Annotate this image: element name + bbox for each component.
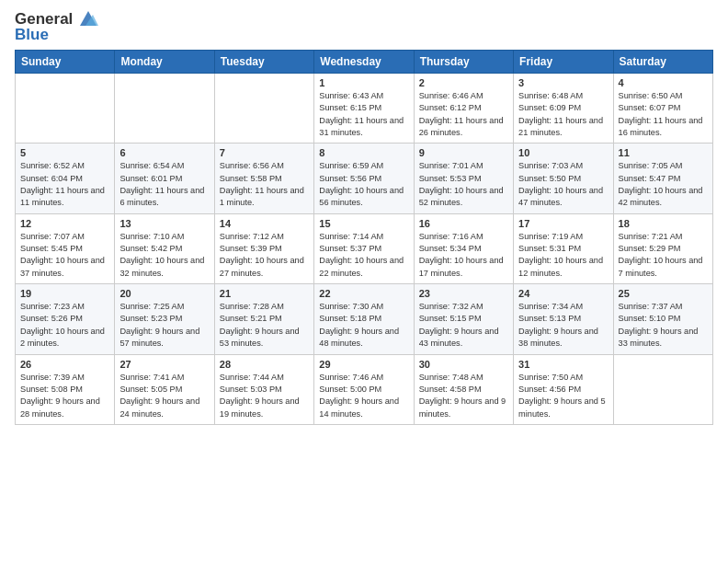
- cell-content: Sunrise: 7:12 AMSunset: 5:39 PMDaylight:…: [220, 231, 309, 280]
- day-number: 26: [20, 359, 109, 370]
- calendar-cell: 27Sunrise: 7:41 AMSunset: 5:05 PMDayligh…: [115, 354, 214, 424]
- calendar-cell: 26Sunrise: 7:39 AMSunset: 5:08 PMDayligh…: [16, 354, 115, 424]
- day-number: 1: [319, 77, 408, 88]
- day-number: 23: [419, 288, 508, 299]
- page: General Blue SundayMondayTuesdayWednesda…: [0, 0, 728, 563]
- cell-content: Sunrise: 6:54 AMSunset: 6:01 PMDaylight:…: [119, 160, 209, 209]
- cell-content: Sunrise: 7:41 AMSunset: 5:05 PMDaylight:…: [119, 372, 209, 420]
- day-number: 14: [220, 218, 309, 229]
- cell-content: Sunrise: 7:03 AMSunset: 5:50 PMDaylight:…: [518, 160, 608, 209]
- day-number: 8: [319, 147, 408, 158]
- day-number: 17: [518, 218, 608, 229]
- calendar-cell: 7Sunrise: 6:56 AMSunset: 5:58 PMDaylight…: [214, 144, 313, 213]
- calendar-cell: 16Sunrise: 7:16 AMSunset: 5:34 PMDayligh…: [414, 213, 513, 283]
- cell-content: Sunrise: 6:43 AMSunset: 6:15 PMDaylight:…: [319, 90, 408, 139]
- cell-content: Sunrise: 7:05 AMSunset: 5:47 PMDaylight:…: [619, 160, 708, 209]
- day-number: 13: [119, 218, 209, 229]
- weekday-header-thursday: Thursday: [414, 51, 513, 74]
- day-number: 10: [518, 147, 608, 158]
- calendar-cell: 18Sunrise: 7:21 AMSunset: 5:29 PMDayligh…: [613, 213, 712, 283]
- day-number: 28: [220, 359, 309, 370]
- calendar-cell: 10Sunrise: 7:03 AMSunset: 5:50 PMDayligh…: [514, 144, 613, 213]
- day-number: 4: [619, 77, 708, 88]
- calendar-cell: 1Sunrise: 6:43 AMSunset: 6:15 PMDaylight…: [314, 74, 414, 144]
- calendar-cell: 25Sunrise: 7:37 AMSunset: 5:10 PMDayligh…: [613, 284, 712, 354]
- day-number: 29: [319, 359, 408, 370]
- day-number: 24: [518, 288, 608, 299]
- cell-content: Sunrise: 7:39 AMSunset: 5:08 PMDaylight:…: [20, 372, 109, 420]
- header: General Blue: [15, 9, 713, 44]
- cell-content: Sunrise: 7:10 AMSunset: 5:42 PMDaylight:…: [119, 231, 209, 280]
- calendar-cell: 23Sunrise: 7:32 AMSunset: 5:15 PMDayligh…: [414, 284, 513, 354]
- calendar-cell: 31Sunrise: 7:50 AMSunset: 4:56 PMDayligh…: [514, 354, 613, 424]
- cell-content: Sunrise: 7:50 AMSunset: 4:56 PMDaylight:…: [518, 372, 608, 420]
- cell-content: Sunrise: 6:46 AMSunset: 6:12 PMDaylight:…: [419, 90, 508, 139]
- logo-icon: [76, 9, 100, 29]
- calendar-cell: 2Sunrise: 6:46 AMSunset: 6:12 PMDaylight…: [414, 74, 513, 144]
- cell-content: Sunrise: 7:07 AMSunset: 5:45 PMDaylight:…: [20, 231, 109, 280]
- cell-content: Sunrise: 7:21 AMSunset: 5:29 PMDaylight:…: [619, 231, 708, 280]
- calendar-cell: 19Sunrise: 7:23 AMSunset: 5:26 PMDayligh…: [16, 284, 115, 354]
- cell-content: Sunrise: 7:48 AMSunset: 4:58 PMDaylight:…: [419, 372, 508, 420]
- day-number: 6: [119, 147, 209, 158]
- cell-content: Sunrise: 7:19 AMSunset: 5:31 PMDaylight:…: [518, 231, 608, 280]
- calendar-cell: [16, 74, 115, 144]
- day-number: 22: [319, 288, 408, 299]
- day-number: 12: [20, 218, 109, 229]
- calendar-cell: 11Sunrise: 7:05 AMSunset: 5:47 PMDayligh…: [613, 144, 712, 213]
- calendar-cell: 22Sunrise: 7:30 AMSunset: 5:18 PMDayligh…: [314, 284, 414, 354]
- cell-content: Sunrise: 7:25 AMSunset: 5:23 PMDaylight:…: [119, 301, 209, 350]
- day-number: 5: [20, 147, 109, 158]
- day-number: 21: [220, 288, 309, 299]
- calendar-cell: 24Sunrise: 7:34 AMSunset: 5:13 PMDayligh…: [514, 284, 613, 354]
- cell-content: Sunrise: 6:50 AMSunset: 6:07 PMDaylight:…: [619, 90, 708, 139]
- calendar-cell: 30Sunrise: 7:48 AMSunset: 4:58 PMDayligh…: [414, 354, 513, 424]
- day-number: 20: [119, 288, 209, 299]
- calendar-cell: 3Sunrise: 6:48 AMSunset: 6:09 PMDaylight…: [514, 74, 613, 144]
- cell-content: Sunrise: 6:56 AMSunset: 5:58 PMDaylight:…: [220, 160, 309, 209]
- calendar-week-row: 1Sunrise: 6:43 AMSunset: 6:15 PMDaylight…: [16, 74, 713, 144]
- day-number: 19: [20, 288, 109, 299]
- calendar-cell: 6Sunrise: 6:54 AMSunset: 6:01 PMDaylight…: [115, 144, 214, 213]
- day-number: 7: [220, 147, 309, 158]
- calendar-cell: 15Sunrise: 7:14 AMSunset: 5:37 PMDayligh…: [314, 213, 414, 283]
- weekday-header-row: SundayMondayTuesdayWednesdayThursdayFrid…: [16, 51, 713, 74]
- day-number: 11: [619, 147, 708, 158]
- calendar-cell: 9Sunrise: 7:01 AMSunset: 5:53 PMDaylight…: [414, 144, 513, 213]
- cell-content: Sunrise: 6:48 AMSunset: 6:09 PMDaylight:…: [518, 90, 608, 139]
- day-number: 2: [419, 77, 508, 88]
- calendar-cell: 21Sunrise: 7:28 AMSunset: 5:21 PMDayligh…: [214, 284, 313, 354]
- calendar-table: SundayMondayTuesdayWednesdayThursdayFrid…: [15, 50, 713, 425]
- cell-content: Sunrise: 7:32 AMSunset: 5:15 PMDaylight:…: [419, 301, 508, 350]
- calendar-cell: 29Sunrise: 7:46 AMSunset: 5:00 PMDayligh…: [314, 354, 414, 424]
- calendar-cell: 14Sunrise: 7:12 AMSunset: 5:39 PMDayligh…: [214, 213, 313, 283]
- calendar-cell: 20Sunrise: 7:25 AMSunset: 5:23 PMDayligh…: [115, 284, 214, 354]
- cell-content: Sunrise: 7:37 AMSunset: 5:10 PMDaylight:…: [619, 301, 708, 350]
- logo-blue-text: Blue: [15, 26, 49, 44]
- calendar-cell: 4Sunrise: 6:50 AMSunset: 6:07 PMDaylight…: [613, 74, 712, 144]
- calendar-cell: [115, 74, 214, 144]
- weekday-header-monday: Monday: [115, 51, 214, 74]
- calendar-cell: 17Sunrise: 7:19 AMSunset: 5:31 PMDayligh…: [514, 213, 613, 283]
- cell-content: Sunrise: 6:59 AMSunset: 5:56 PMDaylight:…: [319, 160, 408, 209]
- cell-content: Sunrise: 7:16 AMSunset: 5:34 PMDaylight:…: [419, 231, 508, 280]
- calendar-cell: 5Sunrise: 6:52 AMSunset: 6:04 PMDaylight…: [16, 144, 115, 213]
- cell-content: Sunrise: 7:28 AMSunset: 5:21 PMDaylight:…: [220, 301, 309, 350]
- weekday-header-sunday: Sunday: [16, 51, 115, 74]
- day-number: 18: [619, 218, 708, 229]
- weekday-header-friday: Friday: [514, 51, 613, 74]
- logo: General Blue: [15, 9, 100, 44]
- weekday-header-tuesday: Tuesday: [214, 51, 313, 74]
- day-number: 16: [419, 218, 508, 229]
- cell-content: Sunrise: 7:46 AMSunset: 5:00 PMDaylight:…: [319, 372, 408, 420]
- day-number: 25: [619, 288, 708, 299]
- calendar-cell: 8Sunrise: 6:59 AMSunset: 5:56 PMDaylight…: [314, 144, 414, 213]
- calendar-week-row: 12Sunrise: 7:07 AMSunset: 5:45 PMDayligh…: [16, 213, 713, 283]
- calendar-cell: 12Sunrise: 7:07 AMSunset: 5:45 PMDayligh…: [16, 213, 115, 283]
- day-number: 15: [319, 218, 408, 229]
- calendar-cell: [214, 74, 313, 144]
- day-number: 3: [518, 77, 608, 88]
- weekday-header-saturday: Saturday: [613, 51, 712, 74]
- weekday-header-wednesday: Wednesday: [314, 51, 414, 74]
- cell-content: Sunrise: 7:34 AMSunset: 5:13 PMDaylight:…: [518, 301, 608, 350]
